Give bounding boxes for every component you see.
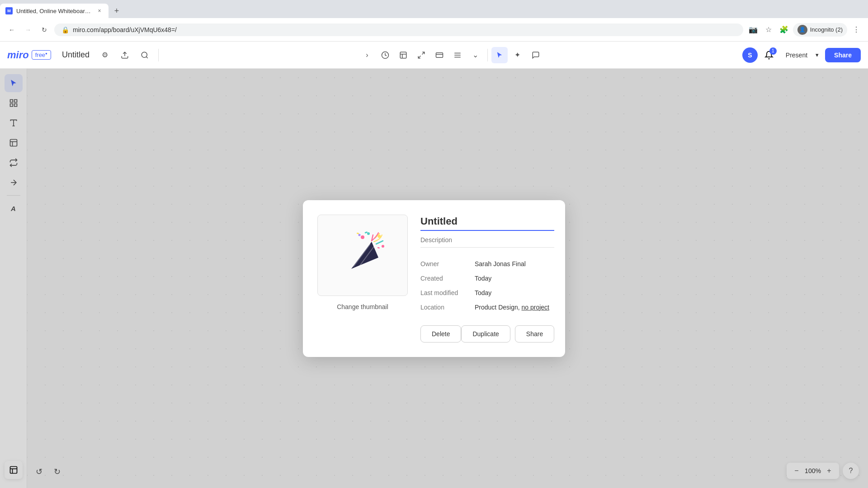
location-label: Location <box>420 300 475 314</box>
incognito-btn[interactable]: 👤 Incognito (2) <box>793 23 847 37</box>
tab-title: Untitled, Online Whiteboard for... <box>16 8 92 14</box>
location-link[interactable]: no project <box>522 304 549 311</box>
svg-line-3 <box>422 52 424 54</box>
lock-icon: 🔒 <box>61 26 69 33</box>
board-title-input[interactable] <box>420 215 554 231</box>
thumbnail-section: Change thumbnail <box>317 215 408 343</box>
details-section: Owner Sarah Jonas Final Created Today La… <box>420 215 554 343</box>
svg-point-0 <box>142 52 147 57</box>
app-toolbar: miro free● Untitled ⚙ › ⌄ ✦ <box>0 42 868 69</box>
present-btn-group: Present ▾ <box>780 48 821 62</box>
created-label: Created <box>420 271 475 286</box>
reactions-btn[interactable]: ✦ <box>509 47 526 63</box>
back-btn[interactable]: ← <box>5 23 18 36</box>
toolbar-divider-1 <box>158 49 159 61</box>
bookmark-icon[interactable]: ☆ <box>762 23 775 36</box>
last-modified-value: Today <box>475 286 554 300</box>
present-dropdown-btn[interactable]: ▾ <box>813 48 821 62</box>
modal-actions: Delete Duplicate Share <box>420 325 554 343</box>
more-btn[interactable]: ⌄ <box>467 47 484 63</box>
card-btn[interactable] <box>431 47 448 63</box>
toolbar-right: S 1 Present ▾ Share <box>742 47 861 63</box>
owner-row: Owner Sarah Jonas Final <box>420 257 554 271</box>
board-btn[interactable] <box>395 47 411 63</box>
meta-table: Owner Sarah Jonas Final Created Today La… <box>420 257 554 314</box>
fullscreen-btn[interactable] <box>413 47 429 63</box>
new-tab-btn[interactable]: + <box>110 5 123 17</box>
settings-btn[interactable]: ⚙ <box>97 47 113 63</box>
forward-btn[interactable]: → <box>22 23 34 36</box>
svg-point-33 <box>367 232 370 235</box>
created-value: Today <box>475 271 554 286</box>
svg-rect-38 <box>377 247 380 249</box>
notification-badge: 1 <box>769 47 777 55</box>
logo-text: miro <box>7 49 29 61</box>
modal-overlay[interactable]: Change thumbnail Owner Sarah Jonas Final… <box>0 69 868 488</box>
svg-line-4 <box>418 56 420 58</box>
notifications-btn[interactable]: 1 <box>761 47 777 63</box>
share-btn[interactable]: Share <box>825 48 861 62</box>
active-tab[interactable]: M Untitled, Online Whiteboard for... × <box>0 4 108 18</box>
tab-favicon: M <box>5 7 13 14</box>
last-modified-row: Last modified Today <box>420 286 554 300</box>
svg-rect-39 <box>357 232 359 234</box>
cursor-mode-btn[interactable] <box>491 47 508 63</box>
toolbar-divider-2 <box>487 49 488 61</box>
created-row: Created Today <box>420 271 554 286</box>
canvas-area: A ↺ ↻ − 100% + ? <box>0 69 868 488</box>
address-url: miro.com/app/board/uXjVMqU6x48=/ <box>73 26 736 33</box>
duplicate-btn[interactable]: Duplicate <box>461 325 510 343</box>
free-badge: free● <box>32 50 51 60</box>
svg-rect-5 <box>436 52 443 57</box>
last-modified-label: Last modified <box>420 286 475 300</box>
modal-actions-right: Duplicate Share <box>461 325 554 343</box>
lines-btn[interactable] <box>449 47 466 63</box>
location-value: Product Design, no project <box>475 300 554 314</box>
description-input[interactable] <box>420 235 554 248</box>
board-name[interactable]: Untitled <box>58 48 93 61</box>
app-logo: miro free● <box>7 49 51 61</box>
tab-close-btn[interactable]: × <box>96 7 103 14</box>
svg-point-32 <box>361 235 364 239</box>
modal-content: Change thumbnail Owner Sarah Jonas Final… <box>317 215 551 343</box>
location-prefix: Product Design, <box>475 304 522 311</box>
cast-icon[interactable]: 📷 <box>747 23 760 36</box>
reload-btn[interactable]: ↻ <box>38 23 51 36</box>
svg-rect-2 <box>400 52 406 58</box>
comment-btn[interactable] <box>528 47 544 63</box>
delete-btn[interactable]: Delete <box>420 325 461 343</box>
thumbnail-box <box>317 215 408 296</box>
timer-btn[interactable] <box>377 47 393 63</box>
extensions-icon[interactable]: 🧩 <box>778 23 790 36</box>
owner-value: Sarah Jonas Final <box>475 257 554 271</box>
party-popper-illustration <box>338 228 387 282</box>
user-avatar[interactable]: S <box>742 47 758 63</box>
svg-point-35 <box>382 245 384 248</box>
owner-label: Owner <box>420 257 475 271</box>
export-btn[interactable] <box>117 47 133 63</box>
present-main-btn[interactable]: Present <box>780 48 813 62</box>
svg-line-30 <box>376 241 383 244</box>
incognito-avatar: 👤 <box>797 25 807 35</box>
change-thumbnail-btn[interactable]: Change thumbnail <box>337 303 388 310</box>
menu-btn[interactable]: ⋮ <box>850 23 863 36</box>
board-info-modal: Change thumbnail Owner Sarah Jonas Final… <box>303 200 565 357</box>
location-row: Location Product Design, no project <box>420 300 554 314</box>
collapse-btn[interactable]: › <box>359 47 375 63</box>
address-bar[interactable]: 🔒 miro.com/app/board/uXjVMqU6x48=/ <box>54 23 743 36</box>
share-modal-btn[interactable]: Share <box>515 325 554 343</box>
incognito-label: Incognito (2) <box>810 26 843 33</box>
search-btn[interactable] <box>137 47 153 63</box>
